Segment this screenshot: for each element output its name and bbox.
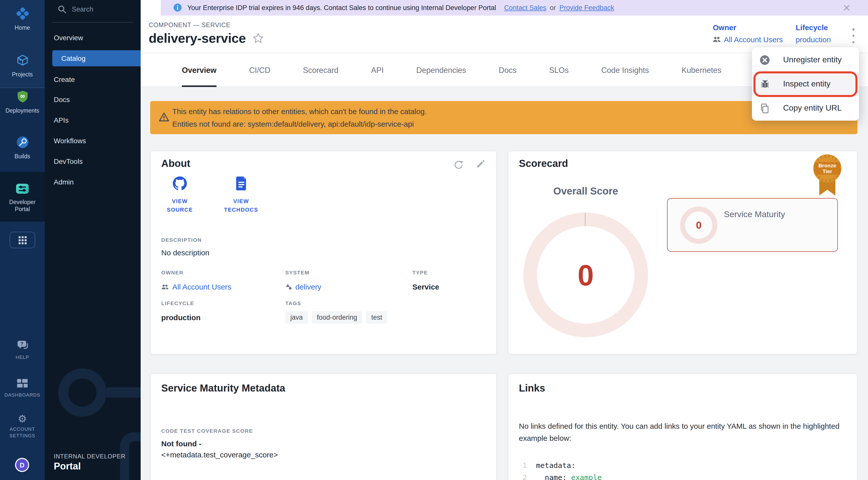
developer-portal-icon [16, 183, 29, 194]
banner-close-icon[interactable] [843, 4, 850, 13]
system-field: SYSTEM delivery [285, 269, 321, 291]
module-switcher-button[interactable] [9, 232, 35, 248]
favorite-star-icon[interactable] [253, 33, 264, 46]
tab-scorecard[interactable]: Scorecard [303, 53, 338, 87]
primary-nav-rail: Home Projects ∞ Deployments Builds Devel… [0, 0, 45, 480]
bug-icon [760, 79, 770, 89]
nav-account-settings-label: ACCOUNT [0, 426, 45, 432]
idp-catalog-entity-page: Home Projects ∞ Deployments Builds Devel… [0, 0, 868, 480]
circuit-decoration-ring [58, 368, 106, 417]
brand-eyebrow: INTERNAL DEVELOPER [54, 453, 126, 460]
user-avatar[interactable]: D [15, 458, 29, 472]
tab-overview[interactable]: Overview [182, 53, 217, 87]
view-source-link[interactable]: VIEWSOURCE [155, 176, 205, 214]
github-icon [173, 176, 187, 190]
sidebar-item-catalog[interactable]: Catalog [52, 50, 141, 66]
tab-docs[interactable]: Docs [499, 53, 517, 87]
search-placeholder: Search [72, 5, 93, 13]
links-empty-text: No links defined for this entity. You ca… [519, 420, 849, 444]
info-icon [173, 3, 182, 12]
sidebar-item-admin[interactable]: Admin [45, 174, 141, 189]
code-line2-value: example [571, 472, 602, 480]
nav-builds[interactable]: Builds [0, 136, 45, 160]
svg-text:Bronze: Bronze [818, 162, 836, 169]
tab-code-insights[interactable]: Code Insights [601, 53, 649, 87]
nav-help-label: HELP [0, 354, 45, 360]
sidebar-item-docs[interactable]: Docs [45, 92, 141, 107]
help-chat-icon: ? [16, 340, 28, 350]
sidebar-item-devtools[interactable]: DevTools [45, 154, 141, 169]
owner-field: OWNER All Account Users [161, 269, 231, 291]
nav-developer-portal-label2: Portal [0, 206, 45, 213]
apps-grid-icon [18, 236, 27, 244]
sidebar-item-workflows[interactable]: Workflows [45, 133, 141, 148]
warning-icon [159, 112, 169, 124]
page-title: delivery-service [149, 31, 246, 46]
nav-developer-portal[interactable]: Developer Portal [0, 183, 45, 213]
owner-link[interactable]: All Account Users [713, 35, 783, 44]
refresh-icon[interactable] [454, 159, 464, 171]
menu-item-unregister-entity[interactable]: Unregister entity [752, 48, 859, 72]
search-icon [58, 5, 66, 13]
coverage-score-label: CODE TEST COVERAGE SCORE [161, 428, 253, 434]
sidebar-item-apis[interactable]: APIs [45, 113, 141, 128]
sidebar-search[interactable]: Search [58, 5, 93, 13]
entity-context-menu: Unregister entity Inspect entity Copy en… [752, 47, 859, 121]
nav-dashboards[interactable]: DASHBOARDS [0, 379, 45, 398]
group-icon [713, 36, 721, 43]
nav-account-settings[interactable]: ⚙ ACCOUNT SETTINGS [0, 413, 45, 439]
overall-score-value: 0 [578, 258, 594, 292]
view-techdocs-link[interactable]: VIEWTECHDOCS [216, 176, 266, 214]
module-brand: INTERNAL DEVELOPER Portal [54, 453, 126, 472]
warning-line2: Entities not found are: system:default/d… [172, 120, 414, 128]
tags-field: TAGS java food-ordering test [285, 300, 387, 324]
service-maturity-value: 0 [696, 219, 702, 231]
nav-deployments[interactable]: ∞ Deployments [0, 90, 45, 114]
tab-api[interactable]: API [371, 53, 384, 87]
module-sidebar: Search Overview Catalog Create Docs APIs… [45, 0, 141, 480]
yaml-example-code: 1 metadata: 2 name: example [519, 459, 602, 480]
provide-feedback-link[interactable]: Provide Feedback [559, 4, 614, 11]
nav-help[interactable]: ? HELP [0, 340, 45, 360]
breadcrumb: COMPONENT — SERVICE [149, 22, 230, 29]
lifecycle-field: LIFECYCLE production [161, 300, 201, 322]
tag-chip[interactable]: food-ordering [312, 311, 363, 324]
contact-sales-link[interactable]: Contact Sales [504, 4, 546, 11]
sidebar-item-overview[interactable]: Overview [45, 30, 141, 45]
tab-kubernetes[interactable]: Kubernetes [682, 53, 721, 87]
lifecycle-field-value: production [161, 313, 201, 322]
nav-projects-label: Projects [0, 71, 45, 78]
tag-chip[interactable]: test [366, 311, 387, 324]
tag-chip[interactable]: java [285, 311, 308, 324]
coverage-score-value-line2: <+metadata.test_coverage_score> [161, 450, 278, 459]
donut-tick [585, 213, 586, 226]
lifecycle-label: Lifecycle [796, 23, 831, 32]
home-icon [16, 7, 29, 20]
sidebar-item-create[interactable]: Create [45, 72, 141, 87]
overall-score-donut: 0 [523, 213, 648, 337]
code-line1: metadata: [536, 459, 576, 472]
service-maturity-check-card[interactable]: 0 Service Maturity [667, 198, 838, 252]
owner-value-link[interactable]: All Account Users [161, 282, 231, 291]
menu-item-inspect-entity[interactable]: Inspect entity [752, 72, 859, 96]
tab-cicd[interactable]: CI/CD [249, 53, 270, 87]
scorecard-card: Scorecard Bronze Tier Overall Score 0 0 … [508, 151, 858, 354]
circuit-decoration-bar [106, 388, 141, 397]
type-field: TYPE Service [412, 269, 439, 291]
svg-text:Tier: Tier [823, 169, 832, 174]
entity-more-menu-button[interactable] [848, 27, 859, 44]
system-value-link[interactable]: delivery [285, 282, 321, 291]
brand-title: Portal [54, 461, 126, 472]
nav-projects[interactable]: Projects [0, 54, 45, 78]
techdocs-icon [235, 176, 247, 190]
scorecard-title: Scorecard [519, 158, 568, 170]
tab-dependencies[interactable]: Dependencies [416, 53, 466, 87]
deployments-icon: ∞ [16, 90, 29, 103]
tab-slos[interactable]: SLOs [549, 53, 569, 87]
nav-home[interactable]: Home [0, 7, 45, 31]
menu-item-copy-entity-url[interactable]: Copy entity URL [752, 96, 859, 120]
maturity-metadata-card: Service Maturity Metadata CODE TEST COVE… [150, 373, 497, 480]
edit-icon[interactable] [476, 159, 485, 171]
builds-icon [16, 136, 29, 149]
nav-builds-label: Builds [0, 153, 45, 160]
